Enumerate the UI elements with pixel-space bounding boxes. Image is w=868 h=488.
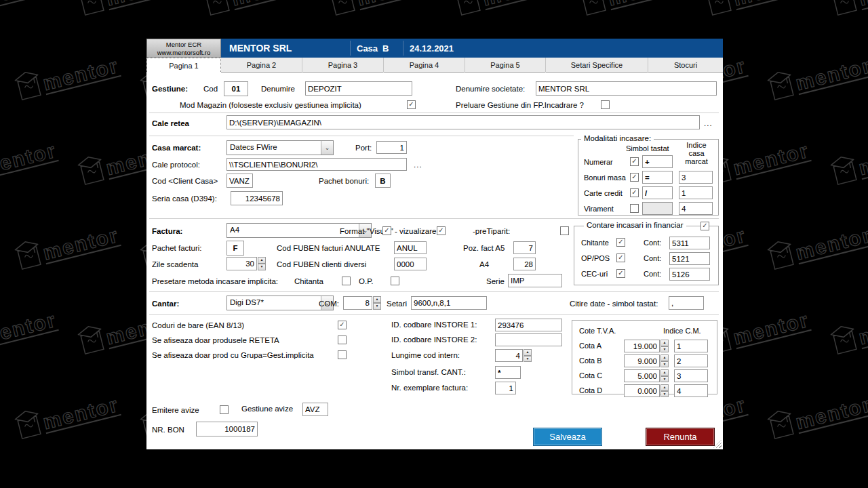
renunta-button[interactable]: Renunta: [646, 428, 714, 445]
contare-incasari-checkbox[interactable]: ✓: [701, 222, 709, 230]
cale-retea-input[interactable]: [226, 115, 700, 129]
tab-pagina-1[interactable]: Pagina 1: [146, 58, 221, 73]
chitanta-checkbox[interactable]: [342, 277, 351, 285]
chitante-checkbox[interactable]: ✓: [616, 238, 625, 247]
serie-input[interactable]: [508, 274, 562, 287]
denumire-input[interactable]: [305, 81, 412, 96]
tab-pagina-2[interactable]: Pagina 2: [221, 58, 302, 73]
produse-reteta-checkbox[interactable]: [338, 336, 347, 344]
resize-grip-icon[interactable]: [713, 440, 722, 448]
cod-input[interactable]: [224, 81, 248, 96]
gestiune-avize-input[interactable]: [302, 403, 328, 416]
zile-scadenta-input[interactable]: [226, 257, 257, 270]
cale-protocol-browse-button[interactable]: ...: [414, 161, 422, 169]
op-checkbox[interactable]: [391, 277, 399, 285]
virament-indice-input[interactable]: [679, 202, 713, 215]
mod-magazin-checkbox[interactable]: ✓: [407, 100, 416, 109]
instore-1-input[interactable]: [495, 319, 562, 331]
spinner-up-icon[interactable]: ▲: [660, 384, 669, 391]
salveaza-button[interactable]: Salveaza: [534, 428, 601, 445]
casa-marcat-select[interactable]: Datecs FWire ⌄: [226, 140, 334, 155]
a4-input[interactable]: [513, 258, 536, 270]
simbol-transf-input[interactable]: [495, 366, 521, 379]
poz-fact-a5-input[interactable]: [513, 241, 536, 254]
citire-date-input[interactable]: [669, 296, 704, 310]
graduation-cap-icon: [829, 0, 859, 17]
cale-retea-browse-button[interactable]: ...: [704, 119, 713, 127]
numerar-simbol-input[interactable]: [642, 155, 673, 168]
instore-2-input[interactable]: [495, 333, 562, 346]
vizualizare-checkbox[interactable]: ✓: [437, 226, 446, 235]
chevron-down-icon[interactable]: ⌄: [321, 141, 333, 155]
cota-d-indice-input[interactable]: [674, 384, 708, 397]
spinner-down-icon[interactable]: ▼: [660, 346, 669, 353]
spinner-up-icon[interactable]: ▲: [524, 349, 532, 356]
tab-stocuri[interactable]: Stocuri: [648, 58, 723, 73]
tab-pagina-3[interactable]: Pagina 3: [302, 58, 384, 73]
emitere-avize-checkbox[interactable]: [220, 405, 229, 414]
bonuri-masa-indice-input[interactable]: [679, 171, 713, 184]
preluare-gestiune-checkbox[interactable]: [601, 100, 610, 109]
coduri-de-bare-checkbox[interactable]: ✓: [338, 321, 347, 329]
zile-scadenta-stepper: ▲▼: [226, 257, 266, 270]
pretiparit-checkbox[interactable]: [560, 226, 569, 235]
pachet-bonuri-input[interactable]: [375, 174, 391, 188]
tab-pagina-4[interactable]: Pagina 4: [384, 58, 465, 73]
spinner-up-icon[interactable]: ▲: [258, 257, 266, 264]
numerar-checkbox[interactable]: ✓: [630, 157, 639, 166]
cec-uri-label: CEC-uri: [581, 270, 608, 278]
graduation-cap-icon: [201, 0, 232, 17]
fuben-anulate-input[interactable]: [394, 241, 427, 254]
cec-uri-checkbox[interactable]: ✓: [616, 269, 625, 278]
tab-pagina-5[interactable]: Pagina 5: [465, 58, 546, 73]
cale-protocol-input[interactable]: [226, 158, 407, 171]
carte-credit-checkbox[interactable]: ✓: [630, 188, 639, 197]
op-pos-cont-input[interactable]: [669, 252, 710, 265]
op-pos-checkbox[interactable]: ✓: [616, 253, 625, 262]
cec-uri-cont-input[interactable]: [669, 268, 710, 281]
com-input[interactable]: [343, 296, 372, 310]
fuben-diversi-input[interactable]: [394, 258, 427, 270]
tab-setari-specifice[interactable]: Setari Specifice: [546, 58, 648, 73]
lungime-cod-input[interactable]: [495, 349, 523, 362]
mentor-ecr-launcher-button[interactable]: Mentor ECR www.mentorsoft.ro: [146, 39, 221, 58]
bonuri-masa-simbol-input[interactable]: [642, 171, 673, 184]
setari-input[interactable]: [411, 296, 487, 310]
cota-d-input[interactable]: [624, 384, 660, 397]
chitante-cont-input[interactable]: [669, 237, 710, 249]
cota-c-indice-input[interactable]: [674, 369, 708, 382]
cantar-select[interactable]: Digi DS7* ⌄: [226, 296, 334, 310]
pachet-facturi-input[interactable]: [226, 241, 244, 256]
modalitati-incasare-legend: Modalitati incasare:: [581, 134, 654, 142]
cota-b-indice-input[interactable]: [674, 354, 708, 367]
spinner-down-icon[interactable]: ▼: [524, 356, 532, 363]
spinner-up-icon[interactable]: ▲: [660, 354, 669, 361]
cod-client-casa-input[interactable]: [226, 174, 253, 188]
spinner-up-icon[interactable]: ▲: [660, 369, 669, 376]
cantar-label: Cantar:: [152, 300, 179, 308]
virament-checkbox[interactable]: [630, 204, 639, 213]
chitanta-label: Chitanta: [294, 277, 323, 285]
spinner-up-icon[interactable]: ▲: [660, 340, 669, 346]
bonuri-masa-checkbox[interactable]: ✓: [630, 173, 639, 182]
spinner-down-icon[interactable]: ▼: [660, 391, 669, 398]
denumire-societate-input[interactable]: [536, 81, 717, 96]
cota-b-input[interactable]: [624, 354, 660, 367]
mentor-logo-watermark: mentor: [327, 0, 435, 17]
spinner-down-icon[interactable]: ▼: [660, 376, 669, 383]
port-input[interactable]: [376, 141, 407, 154]
nr-exemplare-input[interactable]: [495, 382, 516, 394]
grupa-gest-implicita-checkbox[interactable]: [338, 350, 347, 359]
carte-credit-indice-input[interactable]: [679, 186, 713, 199]
seria-casa-input[interactable]: [231, 191, 283, 205]
spinner-down-icon[interactable]: ▼: [373, 303, 381, 310]
cota-a-input[interactable]: [624, 340, 660, 352]
spinner-down-icon[interactable]: ▼: [258, 264, 266, 270]
carte-credit-simbol-input[interactable]: [642, 186, 673, 199]
format-visual-checkbox[interactable]: ✓: [382, 226, 391, 235]
spinner-down-icon[interactable]: ▼: [660, 361, 669, 368]
cota-a-indice-input[interactable]: [674, 340, 708, 352]
cota-c-input[interactable]: [624, 369, 660, 382]
spinner-up-icon[interactable]: ▲: [373, 296, 381, 303]
nr-bon-input[interactable]: [196, 422, 258, 436]
